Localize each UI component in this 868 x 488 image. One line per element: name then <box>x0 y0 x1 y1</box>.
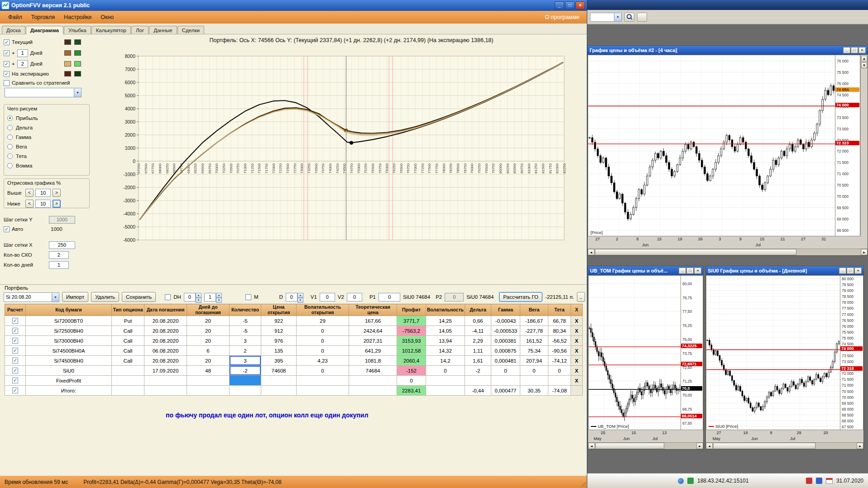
cell-0[interactable]: SiU0 <box>26 366 112 376</box>
cell-2[interactable]: 20.08.2020 <box>144 326 187 336</box>
cell-12[interactable]: 207,94 <box>520 356 548 366</box>
cell-6[interactable]: 0 <box>297 366 349 376</box>
portfolio-combo[interactable]: Si 20.08.20 ▼ <box>4 292 59 302</box>
more-button[interactable]: .. <box>577 292 585 302</box>
cell-1[interactable]: Put <box>112 316 144 326</box>
cell-13[interactable]: 0 <box>548 366 571 376</box>
cell-0[interactable]: Si72500BH0 <box>26 326 112 336</box>
cell-1[interactable]: Call <box>112 356 144 366</box>
dh-spinner-2-input[interactable] <box>204 293 216 301</box>
cell-7[interactable]: 641,29 <box>349 346 397 356</box>
cell-11[interactable]: -0,000533 <box>491 326 520 336</box>
plus2-checkbox[interactable]: ✓ <box>4 61 10 67</box>
instrument-combo[interactable]: ▼ <box>590 13 622 22</box>
cell-13[interactable]: -56,52 <box>548 336 571 346</box>
cell-7[interactable]: 74684 <box>349 366 397 376</box>
cell-12[interactable]: -186,67 <box>520 316 548 326</box>
cell-1[interactable]: Call <box>112 336 144 346</box>
cell-12[interactable]: 30,35 <box>520 386 548 396</box>
v2-input[interactable] <box>347 293 362 301</box>
calendar-icon[interactable] <box>826 478 833 484</box>
scroll-thumb[interactable] <box>595 249 796 255</box>
p2-input[interactable] <box>445 293 464 301</box>
row-checkbox[interactable]: ✓ <box>12 358 18 364</box>
tab-6[interactable]: Сделки <box>177 26 204 34</box>
search-button[interactable] <box>624 13 634 22</box>
cell-11[interactable]: -0,00043 <box>491 316 520 326</box>
close-button[interactable]: × <box>858 47 866 53</box>
cell-10[interactable]: -4,11 <box>465 326 491 336</box>
profit-cell[interactable]: 3153,93 <box>397 336 426 346</box>
cell-2[interactable]: 20.08.2020 <box>144 316 187 326</box>
cell-0[interactable]: Si73000BH0 <box>26 336 112 346</box>
plus1-checkbox[interactable]: ✓ <box>4 50 10 56</box>
profit-cell[interactable]: -152 <box>397 366 426 376</box>
range-above-increase-button[interactable]: > <box>53 189 61 197</box>
chart2-titlebar[interactable]: UB_TOM График цены и объё... _□× <box>588 266 703 275</box>
cell-9[interactable]: 14,25 <box>426 316 465 326</box>
scroll-left-button[interactable]: ◄ <box>588 443 595 449</box>
row-checkbox[interactable]: ✓ <box>12 378 18 383</box>
cell-12[interactable]: 75,34 <box>520 346 548 356</box>
menu-item-1[interactable]: Торговля <box>27 13 59 22</box>
range-below-decrease-button[interactable]: < <box>25 200 34 208</box>
cell-4[interactable]: -5 <box>230 326 261 336</box>
cell-0[interactable]: Итого: <box>26 386 112 396</box>
scroll-left-button[interactable]: ◄ <box>588 249 595 255</box>
save-button[interactable]: Сохранить <box>122 292 156 302</box>
cell-3[interactable]: 48 <box>187 366 230 376</box>
remove-row-button[interactable]: X <box>571 366 583 376</box>
chevron-down-icon[interactable]: ▼ <box>614 13 621 21</box>
cell-7[interactable]: 1081,8 <box>349 356 397 366</box>
strip-button-1[interactable]: ▼ <box>861 62 867 68</box>
delete-button[interactable]: Удалить <box>91 292 119 302</box>
profit-cell[interactable]: 2283,41 <box>397 386 426 396</box>
cell-6[interactable]: 0 <box>297 346 349 356</box>
close-button[interactable]: × <box>854 268 862 274</box>
spin-up-icon[interactable]: ▲ <box>297 293 303 298</box>
cell-0[interactable]: Si72000BT0 <box>26 316 112 326</box>
plus1-days-input[interactable] <box>17 49 28 57</box>
radio-2[interactable] <box>7 134 13 140</box>
cell-12[interactable]: 161,52 <box>520 336 548 346</box>
cell-0[interactable]: FixedProfit <box>26 376 112 386</box>
cell-3[interactable]: 20 <box>187 326 230 336</box>
cell-4[interactable]: -5 <box>230 316 261 326</box>
tray-icon-blue[interactable] <box>816 478 822 484</box>
scroll-right-button[interactable]: ► <box>857 443 863 449</box>
cell-6[interactable] <box>297 376 349 386</box>
scroll-right-button[interactable]: ► <box>861 249 868 255</box>
cell-13[interactable] <box>548 376 571 386</box>
cell-9[interactable]: 13,94 <box>426 336 465 346</box>
cell-11[interactable]: 0 <box>491 366 520 376</box>
tab-3[interactable]: Калькулятор <box>91 26 131 34</box>
cell-3[interactable] <box>187 376 230 386</box>
row-checkbox[interactable]: ✓ <box>12 388 18 393</box>
cell-4[interactable]: 3 <box>230 356 261 366</box>
current-checkbox[interactable]: ✓ <box>4 39 10 45</box>
cell-12[interactable]: 0 <box>520 366 548 376</box>
d-input[interactable] <box>286 293 297 301</box>
scroll-thumb[interactable] <box>595 443 664 449</box>
cell-5[interactable]: 74608 <box>261 366 297 376</box>
chart1-scrollbar[interactable]: ◄ ► <box>588 249 868 255</box>
connection-icon[interactable] <box>687 478 694 484</box>
cell-1[interactable] <box>112 376 144 386</box>
strategy-combo[interactable]: ▼ <box>5 88 82 97</box>
tab-0[interactable]: Доска <box>2 26 25 34</box>
cell-3[interactable]: 20 <box>187 316 230 326</box>
grid-step-y-input[interactable] <box>49 216 75 224</box>
spin-down-icon[interactable]: ▼ <box>196 298 201 303</box>
radio-3[interactable] <box>7 144 13 149</box>
cell-1[interactable] <box>112 366 144 376</box>
menu-item-about[interactable]: О программе <box>542 13 583 22</box>
menu-item-2[interactable]: Настройки <box>59 13 96 22</box>
cell-1[interactable]: Call <box>112 326 144 336</box>
cell-9[interactable]: 14,2 <box>426 356 465 366</box>
chevron-down-icon[interactable]: ▼ <box>52 293 59 301</box>
dh-spinner-1-input[interactable] <box>184 293 196 301</box>
cell-5[interactable]: 912 <box>261 326 297 336</box>
radio-0[interactable] <box>7 115 13 121</box>
m-checkbox[interactable] <box>245 294 251 300</box>
tray-icon-red[interactable] <box>806 478 812 484</box>
